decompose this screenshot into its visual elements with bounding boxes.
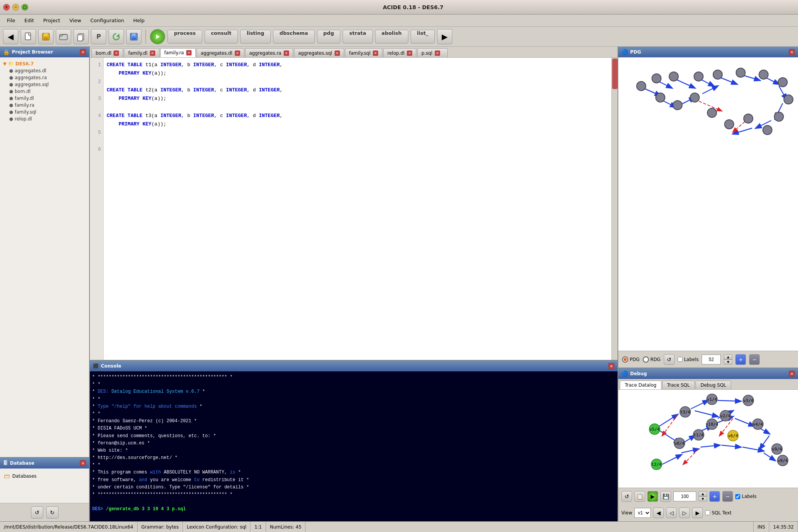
debug-labels-checkbox[interactable]: Labels [735,494,757,499]
tab-family-ra[interactable]: family.ra ✕ [160,48,196,57]
tab-aggregates-ra[interactable]: aggregates.ra ✕ [245,48,293,57]
tab-relop-dl[interactable]: relop.dl ✕ [383,48,416,57]
debug-fwd-button[interactable]: ▶ [692,508,703,518]
reload-button[interactable]: ↺ [31,506,43,519]
debug-spin-up[interactable]: ▲ [699,491,707,496]
menu-view[interactable]: View [65,16,85,25]
labels-checkbox[interactable]: Labels [678,357,699,362]
tab-bom-dl[interactable]: bom.dl ✕ [91,48,123,57]
editor-scrollbar[interactable] [611,58,618,360]
scrollbar-thumb[interactable] [612,59,618,89]
labels-check-input[interactable] [678,357,683,362]
back-button[interactable]: ◀ [3,29,18,44]
pdg-button[interactable]: pdg [317,30,341,44]
database-close[interactable]: ✕ [80,460,86,466]
pdg-minus-button[interactable]: − [749,354,760,365]
tab-close-family-dl[interactable]: ✕ [150,50,155,56]
consult-button[interactable]: consult [205,30,238,44]
debug-back-button[interactable]: ◀ [653,508,664,518]
project-browser-close[interactable]: ✕ [80,49,86,55]
tab-close-aggregates-sql[interactable]: ✕ [335,50,340,56]
close-button[interactable]: × [3,4,10,11]
tab-debug-sql[interactable]: Debug SQL [696,381,731,389]
tab-aggregates-sql[interactable]: aggregates.sql ✕ [294,48,344,57]
database-title: Database [10,460,34,466]
maximize-button[interactable]: □ [21,4,28,11]
rdg-radio[interactable]: RDG [643,356,661,363]
tab-close-family-sql[interactable]: ✕ [373,50,378,56]
pdg-zoom-input[interactable] [702,355,721,364]
tab-close-aggregates-ra[interactable]: ✕ [284,50,289,56]
view-select[interactable]: v1 v2 v3 [634,508,651,518]
pdg-radio[interactable]: PDG [622,356,640,363]
dbschema-button[interactable]: dbschema [273,30,314,44]
sql-text-checkbox[interactable]: SQL Text [705,510,731,516]
debug-save-button[interactable]: 💾 [660,491,671,502]
menu-configuration[interactable]: Configuration [86,16,128,25]
tab-close-bom-dl[interactable]: ✕ [114,50,119,56]
debug-labels-input[interactable] [735,494,740,499]
save-button[interactable] [126,29,141,44]
forward-button[interactable]: ▶ [437,29,452,44]
tab-p-sql[interactable]: p.sql ✕ [417,48,448,57]
tab-close-relop-dl[interactable]: ✕ [407,50,412,56]
debug-close[interactable]: ✕ [789,371,795,377]
strata-button[interactable]: strata [343,30,372,44]
menu-file[interactable]: File [3,16,19,25]
minimize-button[interactable]: − [12,4,19,11]
console-content[interactable]: * **************************************… [90,371,618,521]
debug-minus-button[interactable]: − [722,491,733,502]
tab-close-family-ra[interactable]: ✕ [186,50,192,55]
tab-close-aggregates-dl[interactable]: ✕ [235,50,240,56]
file-item-family-dl[interactable]: ● family.dl [2,95,88,102]
tab-trace-datalog[interactable]: Trace Datalog [620,381,661,389]
debug-step-fwd-button[interactable]: ▷ [679,508,690,518]
p-button[interactable]: P [91,29,106,44]
databases-item[interactable]: 🗃 Databases [2,471,87,481]
menu-help[interactable]: Help [129,16,148,25]
file-item-bom-dl[interactable]: ● bom.dl [2,88,88,95]
open-button[interactable] [56,29,71,44]
list-button[interactable]: list_ [411,30,435,44]
debug-zoom-input[interactable] [673,491,696,501]
pdg-refresh-button[interactable]: ↺ [664,354,674,365]
debug-reload-button[interactable]: ↺ [621,491,632,502]
menu-project[interactable]: Project [39,16,64,25]
tab-aggregates-dl[interactable]: aggregates.dl ✕ [197,48,244,57]
pdg-spin-up[interactable]: ▲ [724,355,732,360]
sql-text-input[interactable] [705,510,710,515]
debug-copy-button[interactable]: 📋 [634,491,645,502]
pdg-plus-button[interactable]: + [735,354,746,365]
pdg-close[interactable]: ✕ [789,49,795,55]
play-button[interactable] [150,29,165,44]
debug-spin-down[interactable]: ▼ [699,496,707,501]
tab-close-p-sql[interactable]: ✕ [435,50,440,56]
process-button[interactable]: process [167,30,202,44]
file-item-relop-dl[interactable]: ● relop.dl [2,116,88,122]
listing-button[interactable]: listing [240,30,271,44]
copy-button[interactable] [73,29,89,44]
tab-trace-sql[interactable]: Trace SQL [662,381,695,389]
tab-family-dl[interactable]: family.dl ✕ [124,48,159,57]
refresh-button[interactable] [109,29,124,44]
menu-edit[interactable]: Edit [21,16,38,25]
svg-line-63 [662,415,678,436]
new-file-button[interactable] [21,29,36,44]
code-content[interactable]: CREATE TABLE t1(a INTEGER, b INTEGER, c … [104,58,611,360]
refresh-panel-button[interactable]: ↻ [46,506,59,519]
console-close[interactable]: ✕ [608,363,614,369]
debug-plus-button[interactable]: + [709,491,720,502]
file-item-aggregates-sql[interactable]: ● aggregates.sql [2,81,88,88]
file-item-aggregates-ra[interactable]: ● aggregates.ra [2,74,88,81]
pdg-spin-down[interactable]: ▼ [724,360,732,364]
svg-text:v3/4: v3/4 [743,398,754,403]
file-item-family-sql[interactable]: ● family.sql [2,109,88,116]
debug-play-button[interactable]: ▶ [647,491,658,502]
file-item-aggregates-dl[interactable]: ● aggregates.dl [2,67,88,74]
file-item-family-ra[interactable]: ● family.ra [2,102,88,109]
save-yellow-button[interactable] [38,29,54,44]
tab-family-sql[interactable]: family.sql ✕ [345,48,382,57]
tree-root-folder[interactable]: ▼ 📁 DES6.7 [2,60,88,67]
abolish-button[interactable]: abolish [375,30,408,44]
debug-step-back-button[interactable]: ◁ [666,508,677,518]
